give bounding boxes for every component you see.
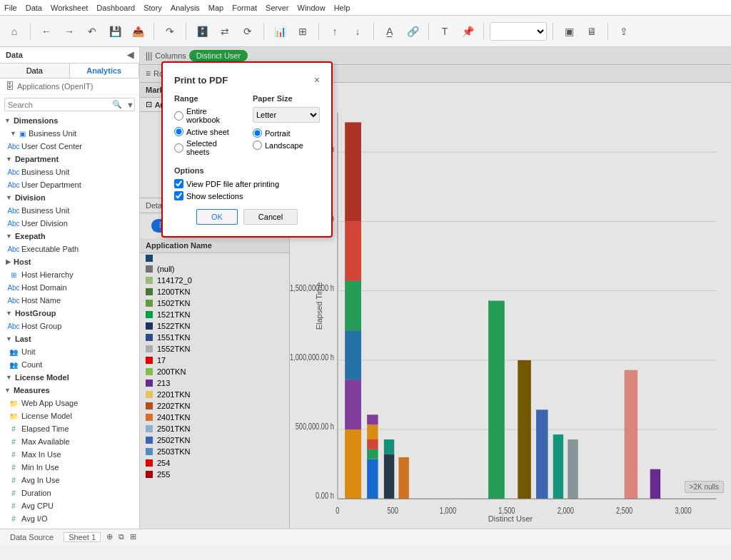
radio-selected-sheets[interactable]: Selected sheets (174, 139, 241, 156)
menu-analysis[interactable]: Analysis (171, 4, 200, 12)
app-list-item[interactable]: 2502TKN (140, 434, 289, 446)
cancel-button[interactable]: Cancel (243, 209, 298, 225)
section-last[interactable]: ▼ Last (0, 332, 139, 345)
annotate-button[interactable]: 🔗 (403, 21, 423, 41)
app-list-item[interactable]: (null) (140, 263, 289, 275)
radio-active-sheet-input[interactable] (174, 127, 183, 136)
forward-button[interactable]: → (59, 21, 79, 41)
radio-entire-workbook-input[interactable] (174, 111, 183, 121)
undo-button[interactable]: ↶ (82, 21, 102, 41)
sidebar-item-executable-path[interactable]: Abc Executable Path (0, 243, 139, 255)
app-list-item[interactable]: 200TKN (140, 366, 289, 377)
sidebar-item-avg-io[interactable]: # Avg I/O (0, 512, 139, 525)
sidebar-item-dept-business-unit[interactable]: Abc Business Unit (0, 166, 139, 178)
add-dashboard-icon[interactable]: ⊞ (130, 532, 136, 541)
add-datasource-button[interactable]: 🗄️ (192, 21, 212, 41)
paper-size-select[interactable]: Letter A4 A3 (253, 107, 320, 123)
add-sheet-icon[interactable]: ⊕ (106, 532, 113, 541)
section-department[interactable]: ▼ Department (0, 153, 139, 166)
sidebar-item-avg-in-use[interactable]: # Avg In Use (0, 474, 139, 487)
app-list-item[interactable]: 2202TKN (140, 400, 289, 412)
sidebar-item-web-app-usage[interactable]: 📁 Web App Usage (0, 397, 139, 409)
null-badge[interactable]: >2K nulls (685, 481, 724, 493)
back-button[interactable]: ← (36, 21, 56, 41)
radio-landscape-input[interactable] (253, 141, 262, 150)
checkbox-view-pdf[interactable]: View PDF file after printing (174, 179, 320, 188)
sidebar-item-license-model-measure[interactable]: 📁 License Model (0, 409, 139, 422)
tab-analytics[interactable]: Analytics (70, 63, 140, 78)
app-list-item[interactable]: 17 (140, 355, 289, 366)
sidebar-item-user-department[interactable]: Abc User Department (0, 178, 139, 191)
device-button[interactable]: 🖥 (582, 21, 602, 41)
sidebar-item-max-available[interactable]: # Max Available (0, 435, 139, 448)
measures-header[interactable]: ▼ Measures (0, 384, 139, 397)
app-list-item[interactable]: 114172_0 (140, 275, 289, 286)
duplicate-sheet-icon[interactable]: ⧉ (119, 532, 124, 541)
sidebar-item-unit[interactable]: 👥 Unit (0, 345, 139, 358)
show-me-button[interactable]: 📊 (270, 21, 290, 41)
connect-button[interactable]: ⇄ (215, 21, 235, 41)
refresh-button[interactable]: ⟳ (238, 21, 258, 41)
sidebar-item-div-business-unit[interactable]: Abc Business Unit (0, 204, 139, 217)
app-list-item[interactable]: 1521TKN (140, 309, 289, 320)
highlight-button[interactable]: A̲ (380, 21, 400, 41)
sidebar-item-host-group[interactable]: Abc Host Group (0, 320, 139, 332)
radio-active-sheet[interactable]: Active sheet (174, 127, 241, 136)
section-license-model[interactable]: ▼ License Model (0, 371, 139, 384)
presentation-button[interactable]: ▣ (559, 21, 579, 41)
sort-desc-button[interactable]: ↓ (348, 21, 368, 41)
app-list-item[interactable]: 1522TKN (140, 320, 289, 332)
sort-asc-button[interactable]: ↑ (325, 21, 345, 41)
sidebar-item-duration[interactable]: # Duration (0, 487, 139, 499)
fit-button[interactable]: ⊞ (293, 21, 313, 41)
checkbox-show-selections[interactable]: Show selections (174, 191, 320, 200)
sidebar-item-elapsed-time[interactable]: # Elapsed Time (0, 422, 139, 435)
menu-help[interactable]: Help (334, 4, 351, 12)
radio-selected-sheets-input[interactable] (174, 143, 183, 153)
section-host[interactable]: ▶ Host (0, 255, 139, 268)
sidebar-item-min-in-use[interactable]: # Min In Use (0, 461, 139, 474)
section-exepath[interactable]: ▼ Exepath (0, 230, 139, 243)
sidebar-item-count[interactable]: 👥 Count (0, 358, 139, 371)
app-list-item[interactable]: 2501TKN (140, 423, 289, 434)
view-dropdown[interactable]: Standard (490, 22, 547, 41)
sidebar-item-avg-cpu[interactable]: # Avg CPU (0, 499, 139, 512)
sidebar-item-host-domain[interactable]: Abc Host Domain (0, 281, 139, 294)
sidebar-item-host-hierarchy[interactable]: ⊞ Host Hierarchy (0, 268, 139, 281)
app-list-item[interactable]: 2503TKN (140, 446, 289, 457)
menu-server[interactable]: Server (266, 4, 288, 12)
modal-close-button[interactable]: × (314, 74, 320, 86)
app-list-item[interactable]: 1200TKN (140, 286, 289, 297)
app-list-item[interactable]: 2401TKN (140, 412, 289, 423)
menu-map[interactable]: Map (208, 4, 223, 12)
menu-dashboard[interactable]: Dashboard (96, 4, 135, 12)
app-list-item[interactable]: 254 (140, 457, 289, 469)
app-list-item[interactable]: 213 (140, 377, 289, 389)
app-list-item[interactable]: 1502TKN (140, 297, 289, 309)
menu-format[interactable]: Format (232, 4, 257, 12)
app-list-item[interactable]: 1551TKN (140, 332, 289, 343)
app-list-item[interactable] (140, 253, 289, 263)
text-button[interactable]: T (435, 21, 455, 41)
share-button[interactable]: ⇪ (614, 21, 634, 41)
menu-worksheet[interactable]: Worksheet (51, 4, 88, 12)
search-input[interactable] (5, 99, 109, 111)
publish-button[interactable]: 📤 (128, 21, 148, 41)
tab-data[interactable]: Data (0, 63, 70, 78)
ok-button[interactable]: OK (196, 209, 238, 225)
radio-entire-workbook[interactable]: Entire workbook (174, 107, 241, 124)
pin-button[interactable]: 📌 (458, 21, 478, 41)
save-button[interactable]: 💾 (105, 21, 125, 41)
collapse-icon[interactable]: ◀ (127, 50, 133, 60)
app-list-item[interactable]: 255 (140, 469, 289, 480)
app-list-item[interactable]: 2201TKN (140, 389, 289, 400)
section-hostgroup[interactable]: ▼ HostGroup (0, 307, 139, 320)
checkbox-view-pdf-input[interactable] (174, 179, 183, 188)
sidebar-item-user-division[interactable]: Abc User Division (0, 217, 139, 230)
sidebar-item-user-cost-center[interactable]: Abc User Cost Center (0, 140, 139, 153)
home-button[interactable]: ⌂ (4, 21, 24, 41)
data-source-tab[interactable]: Data Source (6, 533, 58, 541)
sidebar-item-avg-keyboard[interactable]: # Avg Keyboard (0, 525, 139, 529)
sheet1-tab[interactable]: Sheet 1 (64, 532, 101, 542)
menu-story[interactable]: Story (143, 4, 162, 12)
